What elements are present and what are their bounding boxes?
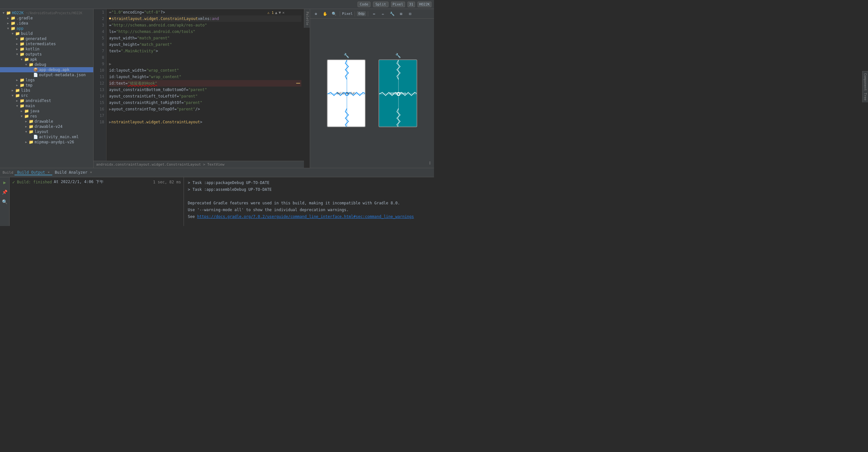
api-level[interactable]: 31: [407, 2, 415, 7]
code-line-8: [109, 54, 301, 61]
device-preview-light[interactable]: Hello World!: [327, 59, 366, 127]
debug-label: debug: [34, 62, 46, 67]
design-toolbar-constraints-btn[interactable]: ⊡: [406, 10, 414, 18]
project-root[interactable]: ▼ 📁 HO22K ~/AndroidStudioProjects/HO22K: [0, 10, 93, 16]
bottom-left-icons: ▶ 📌 🔍: [0, 177, 10, 226]
build-output-content: ▶ 📌 🔍 ✓ Build: finished At 2022/2/1, 4:0…: [0, 177, 434, 226]
tab-build-analyzer[interactable]: Build Analyzer ×: [52, 170, 95, 175]
sidebar-item-java[interactable]: ▶ 📁 java: [0, 109, 93, 114]
design-toolbar-pan-btn[interactable]: ✋: [321, 10, 329, 18]
debug-folder-icon: 📁: [28, 62, 34, 67]
design-toolbar-grid-btn[interactable]: ⊞: [397, 10, 405, 18]
res-label: res: [30, 114, 37, 119]
logs-folder-icon: 📁: [19, 78, 25, 82]
sidebar-item-apk[interactable]: ▼ 📁 apk: [0, 57, 93, 62]
code-line-13: ayout_constraintBottom_toBottomOf="paren…: [109, 87, 301, 93]
wrench-icon-light: 🔧: [344, 53, 349, 58]
src-folder-icon: 📁: [15, 93, 20, 98]
build-group-label: Build: [3, 171, 13, 175]
sidebar-item-main[interactable]: ▼ 📁 main: [0, 103, 93, 109]
device-preview-dark[interactable]: 错留着的Hook: [378, 59, 417, 127]
file-tree: ▼ 📁 HO22K ~/AndroidStudioProjects/HO22K …: [0, 9, 94, 168]
idea-arrow: ▶: [6, 22, 10, 25]
tmp-arrow: ▶: [15, 84, 19, 87]
close-warning-btn[interactable]: ✕: [282, 10, 285, 15]
sidebar-item-tmp[interactable]: ▶ 📁 tmp: [0, 83, 93, 88]
sidebar-item-drawable[interactable]: ▶ 📁 drawable: [0, 119, 93, 124]
resize-handle[interactable]: ⤡: [427, 160, 433, 166]
split-mode-btn[interactable]: Split: [373, 2, 388, 7]
line-numbers: 12345 678910 1112131415 161718: [94, 9, 106, 161]
close-build-analyzer-btn[interactable]: ×: [90, 171, 92, 174]
app-debug-apk-label: app-debug.apk: [39, 67, 69, 72]
build-line-2: > Task :app:assembleDebug UP-TO-DATE: [188, 186, 430, 193]
gradle-arrow: ▶: [6, 17, 10, 20]
tmp-folder-icon: 📁: [19, 83, 25, 88]
drawable-folder-icon: 📁: [28, 119, 34, 124]
code-mode-btn[interactable]: Code: [358, 2, 371, 7]
close-build-output-btn[interactable]: ×: [48, 171, 50, 174]
sidebar-item-idea[interactable]: ▶ 📁 .idea: [0, 21, 93, 26]
device-selector[interactable]: Pixel: [391, 2, 405, 7]
sidebar-item-intermediates[interactable]: ▶ 📁 intermediates: [0, 41, 93, 47]
build-line-4: Deprecated Gradle features were used in …: [188, 200, 430, 206]
sidebar-item-layout[interactable]: ▼ 📁 layout: [0, 129, 93, 134]
sidebar-item-res[interactable]: ▼ 📁 res: [0, 114, 93, 119]
main-arrow: ▼: [15, 104, 19, 108]
tab-build-output[interactable]: Build Output ×: [14, 170, 52, 175]
dp-selector[interactable]: 0dp: [357, 11, 366, 16]
code-line-11: id:layout_height="wrap_content": [109, 73, 301, 80]
drawable-arrow: ▶: [24, 120, 28, 123]
sidebar-item-androidtest[interactable]: ▶ 📁 androidTest: [0, 98, 93, 103]
sidebar-item-logs[interactable]: ▶ 📁 logs: [0, 78, 93, 83]
java-arrow: ▶: [19, 110, 24, 113]
mipmap-arrow: ▶: [24, 141, 28, 144]
main-folder-icon: 📁: [19, 103, 25, 108]
sidebar-item-libs[interactable]: ▶ 📁 libs: [0, 88, 93, 93]
sidebar-item-app-debug-apk[interactable]: 📦 app-debug.apk: [0, 67, 93, 72]
code-editor[interactable]: ⚠ 1 ▲ ▼ ✕ 12345 678910 1112131415 161718…: [94, 9, 304, 161]
layout-arrow: ▼: [24, 130, 28, 133]
sidebar-item-generated[interactable]: ▶ 📁 generated: [0, 36, 93, 41]
code-line-3: ="http://schemas.android.com/apk/res-aut…: [109, 22, 301, 28]
build-line-7: [188, 220, 430, 226]
sidebar-item-gradle[interactable]: ▶ 📁 .gradle: [0, 16, 93, 21]
main-label: main: [26, 103, 35, 108]
nav-up-btn[interactable]: ▲: [275, 10, 277, 15]
design-toolbar-wrench-btn[interactable]: 🔧: [388, 10, 396, 18]
design-toolbar-zoom-btn[interactable]: 🔍: [330, 10, 338, 18]
nav-down-btn[interactable]: ▼: [279, 10, 281, 15]
palette-sidebar: Palette: [304, 9, 310, 168]
output-metadata-label: output-metadata.json: [39, 73, 86, 77]
editor-area: ⚠ 1 ▲ ▼ ✕ 12345 678910 1112131415 161718…: [94, 9, 304, 168]
build-label: build: [21, 31, 33, 36]
sidebar-item-output-metadata[interactable]: 📄 output-metadata.json: [0, 72, 93, 78]
sidebar-item-outputs[interactable]: ▼ 📁 outputs: [0, 52, 93, 57]
project-selector[interactable]: HO22K: [417, 2, 431, 7]
libs-folder-icon: 📁: [15, 88, 20, 93]
build-line-6: See https://docs.gradle.org/7.0.2/usergu…: [188, 213, 430, 220]
sidebar-item-kotlin[interactable]: ▶ 📁 kotlin: [0, 47, 93, 52]
search-build-btn[interactable]: 🔍: [1, 198, 9, 206]
sidebar-item-build[interactable]: ▼ 📁 build: [0, 31, 93, 36]
sidebar-item-debug[interactable]: ▼ 📁 debug: [0, 62, 93, 67]
sidebar-item-app[interactable]: ▼ 📁 app: [0, 26, 93, 31]
app-label: app: [17, 26, 24, 31]
sidebar-item-src[interactable]: ▼ 📁 src: [0, 93, 93, 98]
pin-btn[interactable]: 📌: [1, 188, 9, 196]
code-content[interactable]: ="1.0" encoding="utf-8"?> ● straintlayou…: [106, 9, 304, 161]
sidebar-item-activity-main[interactable]: 📄 activity_main.xml: [0, 134, 93, 140]
design-toolbar-edit-btn[interactable]: ✏: [379, 10, 387, 18]
code-line-9: ▶: [109, 61, 301, 67]
run-build-btn[interactable]: ▶: [1, 179, 9, 186]
sidebar-item-mipmap[interactable]: ▶ 📁 mipmap-anydpi-v26: [0, 140, 93, 145]
warning-indicator[interactable]: ⚠ 1 ▲ ▼ ✕: [267, 10, 285, 15]
res-arrow: ▼: [19, 115, 24, 118]
palette-tab[interactable]: Palette: [304, 9, 310, 28]
warning-icon: ⚠ 1: [267, 11, 274, 15]
gradle-docs-link[interactable]: https://docs.gradle.org/7.0.2/userguide/…: [197, 214, 414, 219]
sidebar-item-drawable-v24[interactable]: ▶ 📁 drawable-v24: [0, 124, 93, 129]
kotlin-arrow: ▶: [15, 48, 19, 51]
design-toolbar-arrows-btn[interactable]: ↔: [370, 10, 378, 18]
design-toolbar-select-btn[interactable]: ⊕: [312, 10, 320, 18]
